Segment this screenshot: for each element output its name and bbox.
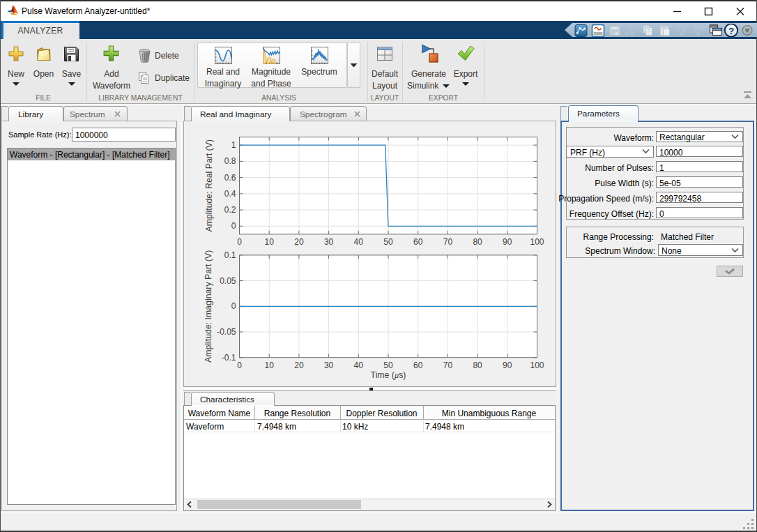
svg-text:-0.1: -0.1 — [222, 353, 236, 363]
svg-text:Amplitude: Real Part (V): Amplitude: Real Part (V) — [204, 139, 214, 232]
svg-text:40: 40 — [354, 237, 364, 247]
svg-text:0: 0 — [237, 237, 242, 247]
svg-text:20: 20 — [294, 360, 304, 370]
svg-text:0: 0 — [231, 301, 236, 311]
svg-text:90: 90 — [503, 237, 512, 247]
svg-text:0: 0 — [231, 221, 236, 231]
svg-text:0.1: 0.1 — [224, 250, 236, 260]
svg-text:60: 60 — [413, 237, 423, 247]
svg-text:10: 10 — [265, 237, 275, 247]
svg-text:10: 10 — [265, 360, 275, 370]
svg-text:0.2: 0.2 — [224, 205, 236, 215]
svg-text:50: 50 — [383, 237, 393, 247]
svg-text:30: 30 — [324, 237, 334, 247]
svg-text:90: 90 — [503, 360, 512, 370]
svg-text:?: ? — [728, 26, 734, 36]
svg-text:50: 50 — [383, 360, 393, 370]
svg-text:1: 1 — [231, 140, 236, 150]
svg-text:-0.05: -0.05 — [217, 327, 236, 337]
svg-text:0.6: 0.6 — [224, 173, 236, 183]
svg-text:80: 80 — [473, 237, 482, 247]
svg-text:70: 70 — [443, 237, 453, 247]
svg-text:0.8: 0.8 — [224, 156, 236, 166]
svg-text:Time (μs): Time (μs) — [371, 370, 406, 380]
svg-text:0: 0 — [237, 360, 242, 370]
svg-text:70: 70 — [443, 360, 453, 370]
svg-text:0.05: 0.05 — [220, 276, 236, 286]
svg-text:60: 60 — [413, 360, 423, 370]
svg-text:20: 20 — [294, 237, 304, 247]
svg-text:30: 30 — [324, 360, 334, 370]
svg-text:80: 80 — [473, 360, 482, 370]
svg-text:Amplitude: Imaginary Part (V): Amplitude: Imaginary Part (V) — [204, 250, 213, 363]
svg-text:100: 100 — [530, 360, 544, 370]
svg-text:40: 40 — [354, 360, 364, 370]
svg-text:0.4: 0.4 — [224, 189, 236, 199]
